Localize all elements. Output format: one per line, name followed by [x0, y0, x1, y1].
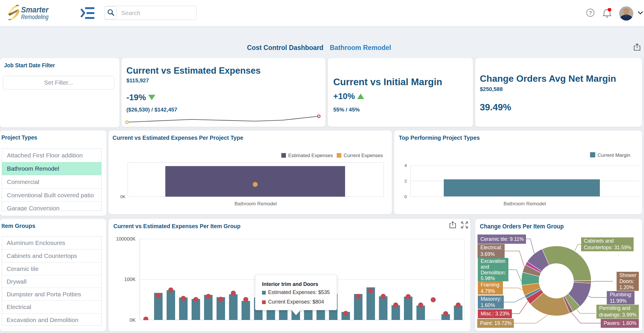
svg-text:Smarter: Smarter: [21, 5, 49, 14]
svg-text:?: ?: [589, 10, 592, 16]
svg-text:Remodeling: Remodeling: [21, 14, 48, 21]
